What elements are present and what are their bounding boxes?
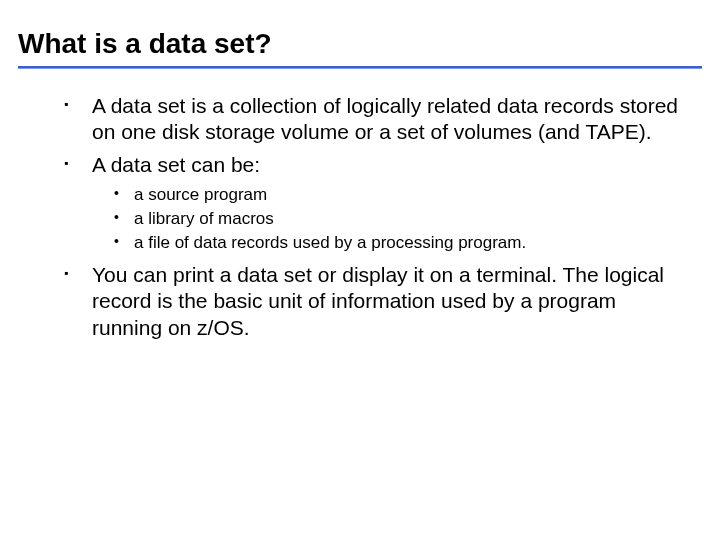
slide-title: What is a data set? <box>18 28 702 60</box>
bullet-item: A data set can be: <box>58 152 682 178</box>
main-bullet-list-continued: You can print a data set or display it o… <box>58 262 682 341</box>
title-underline <box>18 66 702 69</box>
slide: What is a data set? A data set is a coll… <box>0 0 720 540</box>
sub-bullet-item: a library of macros <box>110 208 682 230</box>
main-bullet-list: A data set is a collection of logically … <box>58 93 682 178</box>
sub-bullet-item: a file of data records used by a process… <box>110 232 682 254</box>
sub-bullet-list: a source program a library of macros a f… <box>58 184 682 254</box>
slide-content: A data set is a collection of logically … <box>18 93 702 341</box>
bullet-item: A data set is a collection of logically … <box>58 93 682 146</box>
bullet-item: You can print a data set or display it o… <box>58 262 682 341</box>
sub-bullet-item: a source program <box>110 184 682 206</box>
